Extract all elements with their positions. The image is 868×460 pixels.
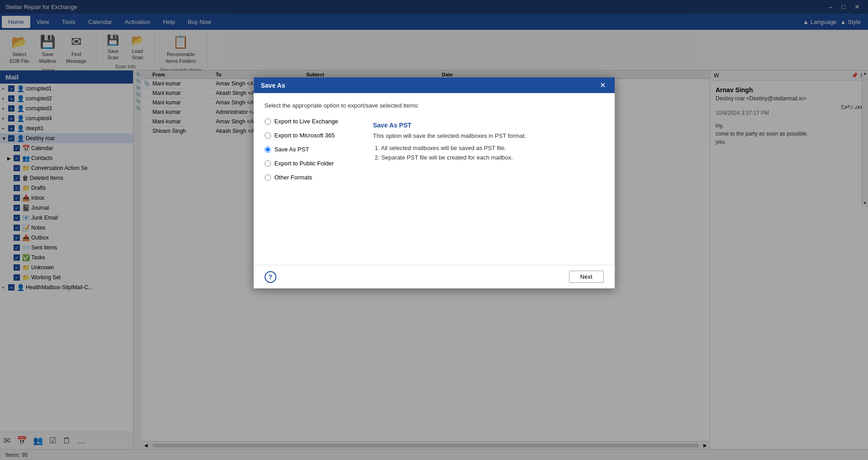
modal-body: Select the appropriate option to export/…	[254, 93, 615, 265]
radio-other-formats[interactable]	[265, 174, 271, 181]
option-label: Export to Public Folder	[275, 160, 334, 167]
radio-live-exchange[interactable]	[265, 118, 271, 125]
modal-subtitle: Select the appropriate option to export/…	[265, 102, 604, 109]
modal-header: Save As ✕	[254, 77, 615, 93]
option-label: Save As PST	[275, 146, 309, 153]
option-label: Other Formats	[275, 174, 313, 181]
option-ms365[interactable]: Export to Microsoft 365	[265, 132, 355, 139]
modal-options: Export to Live Exchange Export to Micros…	[265, 118, 604, 181]
modal-close-button[interactable]: ✕	[598, 81, 607, 89]
modal-options-list: Export to Live Exchange Export to Micros…	[265, 118, 355, 181]
pst-info-desc: This option will save the selected mailb…	[373, 132, 597, 139]
next-button[interactable]: Next	[569, 271, 604, 283]
option-live-exchange[interactable]: Export to Live Exchange	[265, 118, 355, 125]
option-save-pst[interactable]: Save As PST	[265, 146, 355, 153]
option-other-formats[interactable]: Other Formats	[265, 174, 355, 181]
option-label: Export to Live Exchange	[275, 118, 338, 125]
radio-ms365[interactable]	[265, 132, 271, 139]
modal-footer: ? Next	[254, 265, 615, 288]
modal-title: Save As	[261, 82, 285, 89]
save-as-modal: Save As ✕ Select the appropriate option …	[253, 77, 615, 289]
pst-info-title: Save As PST	[373, 122, 597, 129]
modal-info-panel: Save As PST This option will save the se…	[366, 118, 604, 181]
help-button[interactable]: ?	[265, 271, 276, 283]
radio-save-pst[interactable]	[265, 146, 271, 153]
pst-point-1: 1. All selected mailboxes will be saved …	[373, 145, 597, 151]
option-public-folder[interactable]: Export to Public Folder	[265, 160, 355, 167]
option-label: Export to Microsoft 365	[275, 132, 335, 139]
radio-public-folder[interactable]	[265, 160, 271, 167]
modal-overlay: Save As ✕ Select the appropriate option …	[0, 0, 868, 460]
pst-point-2: 2. Separate PST file will be created for…	[373, 154, 597, 161]
